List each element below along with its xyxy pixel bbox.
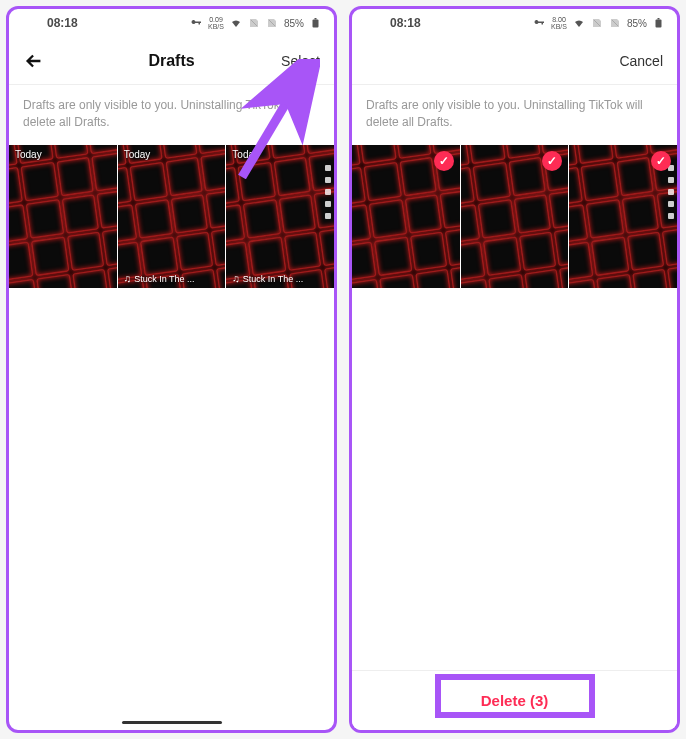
battery-icon: [310, 17, 322, 29]
header: Drafts Select: [9, 37, 334, 85]
sim-icon: [248, 17, 260, 29]
sim-icon: [591, 17, 603, 29]
cancel-button[interactable]: Cancel: [619, 53, 663, 69]
thumb-sound-label: ♫Stuck In The ...: [232, 273, 330, 284]
status-time: 08:18: [390, 16, 421, 30]
check-icon[interactable]: ✓: [651, 151, 671, 171]
thumb-date-label: Today: [124, 149, 151, 160]
thumb-date-label: Today: [15, 149, 42, 160]
page-title: Drafts: [148, 52, 194, 70]
svg-rect-3: [315, 18, 317, 20]
info-text: Drafts are only visible to you. Uninstal…: [9, 85, 334, 145]
battery-icon: [653, 17, 665, 29]
sim-icon-2: [609, 17, 621, 29]
delete-button[interactable]: Delete (3): [481, 692, 549, 709]
phone-right: 08:18 8.00 KB/S 85% Cancel Drafts are on…: [349, 6, 680, 733]
draft-thumb[interactable]: Today ♫Stuck In The ...: [226, 145, 334, 289]
home-indicator[interactable]: [122, 721, 222, 724]
draft-thumb[interactable]: ✓: [461, 145, 569, 289]
drafts-grid: ✓ ✓ ✓: [352, 145, 677, 289]
wifi-icon: [573, 17, 585, 29]
wifi-icon: [230, 17, 242, 29]
header: Cancel: [352, 37, 677, 85]
thumb-date-label: Today: [232, 149, 259, 160]
svg-rect-2: [313, 20, 319, 28]
svg-rect-8: [658, 18, 660, 20]
draft-thumb[interactable]: Today ♫Stuck In The ...: [118, 145, 226, 289]
thumb-sound-label: ♫Stuck In The ...: [124, 273, 222, 284]
back-icon[interactable]: [23, 50, 45, 72]
network-speed: 8.00 KB/S: [551, 16, 567, 30]
phone-left: 08:18 0.09 KB/S 85% Drafts Select Drafts…: [6, 6, 337, 733]
check-icon[interactable]: ✓: [542, 151, 562, 171]
music-note-icon: ♫: [124, 273, 132, 284]
network-speed: 0.09 KB/S: [208, 16, 224, 30]
statusbar: 08:18 0.09 KB/S 85%: [9, 9, 334, 37]
draft-thumb[interactable]: ✓: [569, 145, 677, 289]
battery-percent: 85%: [627, 18, 647, 29]
draft-thumb[interactable]: Today: [9, 145, 117, 289]
drafts-grid: Today Today ♫Stuck In The ... Today ♫Stu…: [9, 145, 334, 289]
svg-rect-7: [656, 20, 662, 28]
sim-icon-2: [266, 17, 278, 29]
status-icons: 0.09 KB/S 85%: [190, 16, 322, 30]
music-note-icon: ♫: [232, 273, 240, 284]
key-icon: [533, 17, 545, 29]
status-icons: 8.00 KB/S 85%: [533, 16, 665, 30]
battery-percent: 85%: [284, 18, 304, 29]
statusbar: 08:18 8.00 KB/S 85%: [352, 9, 677, 37]
info-text: Drafts are only visible to you. Uninstal…: [352, 85, 677, 145]
check-icon[interactable]: ✓: [434, 151, 454, 171]
select-button[interactable]: Select: [281, 53, 320, 69]
key-icon: [190, 17, 202, 29]
draft-thumb[interactable]: ✓: [352, 145, 460, 289]
status-time: 08:18: [47, 16, 78, 30]
delete-bar: Delete (3): [352, 670, 677, 730]
